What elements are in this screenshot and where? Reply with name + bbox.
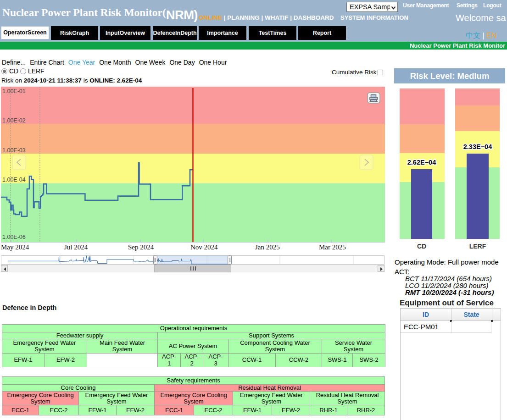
svg-text:2.62E−04: 2.62E−04: [407, 159, 436, 166]
svg-text:LERF: LERF: [469, 243, 486, 250]
svg-text:1.00E-02: 1.00E-02: [2, 117, 26, 124]
svg-text:1.00E-03: 1.00E-03: [2, 147, 26, 154]
svg-text:1.00E-04: 1.00E-04: [2, 177, 26, 183]
svg-text:1.00E-06: 1.00E-06: [2, 234, 26, 240]
svg-text:CD: CD: [417, 243, 426, 250]
svg-text:2.33E−04: 2.33E−04: [463, 143, 492, 150]
svg-text:1.00E-01: 1.00E-01: [2, 88, 26, 94]
